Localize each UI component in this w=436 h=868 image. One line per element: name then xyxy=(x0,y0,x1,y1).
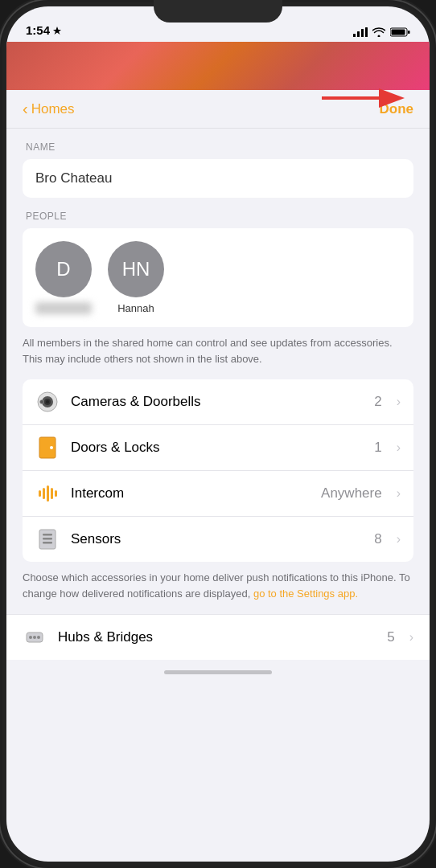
notification-info-text: Choose which accessories in your home de… xyxy=(6,562,430,601)
person-item-blurred: D BlurName xyxy=(35,241,92,314)
signal-icon xyxy=(353,27,368,37)
svg-point-13 xyxy=(40,400,44,404)
person-item-hannah: HN Hannah xyxy=(108,241,164,314)
svg-point-16 xyxy=(50,446,53,449)
sensors-value: 8 xyxy=(374,531,381,547)
people-card: D BlurName HN Hannah xyxy=(23,228,413,327)
cameras-chevron-icon: › xyxy=(397,395,401,409)
doors-icon xyxy=(35,436,60,460)
hubs-row[interactable]: Hubs & Bridges 5 › xyxy=(6,614,430,660)
svg-point-22 xyxy=(29,636,32,639)
people-section: PEOPLE D BlurName HN Hannah xyxy=(6,211,430,327)
svg-point-24 xyxy=(37,636,40,639)
status-time: 1:54 xyxy=(26,23,61,37)
svg-rect-18 xyxy=(43,534,52,536)
cameras-icon xyxy=(35,390,60,414)
sensors-row[interactable]: Sensors 8 › xyxy=(23,517,413,562)
intercom-label: Intercom xyxy=(71,485,310,502)
svg-point-12 xyxy=(46,400,49,403)
doors-label: Doors & Locks xyxy=(71,440,363,456)
hubs-value: 5 xyxy=(387,629,394,645)
cameras-row[interactable]: Cameras & Doorbells 2 › xyxy=(23,379,413,425)
wifi-icon xyxy=(372,27,385,37)
sensors-label: Sensors xyxy=(71,531,363,547)
avatar-d: D xyxy=(35,241,92,297)
intercom-chevron-icon: › xyxy=(397,486,401,501)
intercom-icon xyxy=(35,481,60,506)
svg-rect-20 xyxy=(43,542,52,544)
red-arrow-icon xyxy=(314,82,410,114)
svg-rect-6 xyxy=(408,31,410,34)
svg-rect-3 xyxy=(365,27,368,37)
person-name-hannah: Hannah xyxy=(117,302,154,314)
back-chevron-icon: ‹ xyxy=(23,100,28,118)
hubs-icon xyxy=(23,625,47,649)
cameras-value: 2 xyxy=(374,394,381,410)
name-section: NAME xyxy=(6,141,430,198)
intercom-value: Anywhere xyxy=(321,485,382,502)
accessories-list: Cameras & Doorbells 2 › Doors & Locks 1 … xyxy=(23,379,413,562)
name-input[interactable] xyxy=(23,159,413,198)
person-name-blurred: BlurName xyxy=(35,302,92,314)
people-label: PEOPLE xyxy=(23,211,413,222)
home-indicator xyxy=(6,660,430,684)
location-icon xyxy=(53,27,61,35)
arrow-annotation xyxy=(314,82,410,117)
hubs-chevron-icon: › xyxy=(409,630,413,645)
intercom-row[interactable]: Intercom Anywhere › xyxy=(23,471,413,517)
battery-icon xyxy=(390,27,410,37)
doors-chevron-icon: › xyxy=(397,440,401,455)
people-info-text: All members in the shared home can contr… xyxy=(6,327,430,366)
svg-rect-1 xyxy=(357,31,360,37)
phone-frame: 1:54 xyxy=(0,0,436,868)
hubs-label: Hubs & Bridges xyxy=(58,629,376,645)
back-label: Homes xyxy=(31,101,75,117)
svg-rect-19 xyxy=(43,538,52,540)
settings-app-link[interactable]: go to the Settings app. xyxy=(253,588,358,600)
sensors-chevron-icon: › xyxy=(397,532,401,547)
home-bar xyxy=(164,670,272,674)
svg-rect-2 xyxy=(361,29,364,37)
cameras-label: Cameras & Doorbells xyxy=(71,394,363,410)
doors-value: 1 xyxy=(374,440,381,456)
status-icons xyxy=(353,27,410,37)
svg-rect-5 xyxy=(392,30,405,35)
svg-rect-0 xyxy=(353,34,356,37)
notch xyxy=(154,0,282,23)
name-label: NAME xyxy=(23,141,413,153)
svg-point-23 xyxy=(33,636,36,639)
sensors-icon xyxy=(35,527,60,551)
avatar-hn: HN xyxy=(108,241,164,297)
doors-row[interactable]: Doors & Locks 1 › xyxy=(23,425,413,471)
back-button[interactable]: ‹ Homes xyxy=(23,100,75,118)
phone-screen: 1:54 xyxy=(6,6,430,862)
